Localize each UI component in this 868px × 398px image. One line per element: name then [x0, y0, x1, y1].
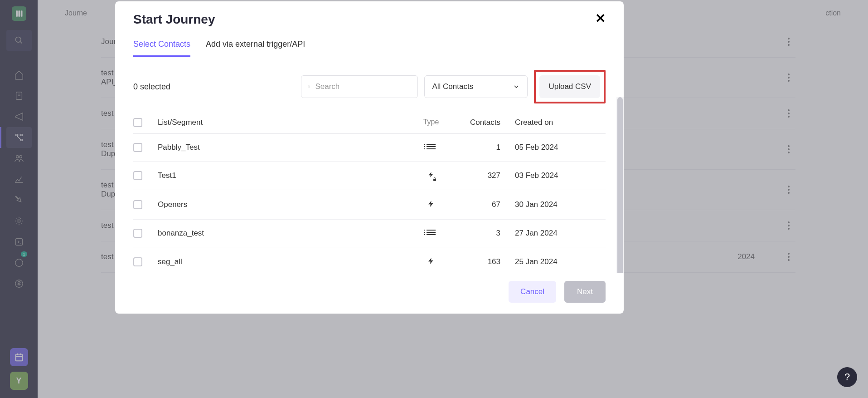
svg-line-24	[310, 87, 310, 88]
bolt-icon	[427, 256, 435, 267]
row-created: 03 Feb 2024	[515, 171, 606, 180]
list-icon	[427, 144, 436, 151]
bolt-lock-icon	[428, 171, 434, 181]
row-contacts: 163	[456, 257, 515, 266]
row-checkbox[interactable]	[133, 229, 142, 238]
row-checkbox[interactable]	[133, 171, 142, 180]
row-created: 25 Jan 2024	[515, 257, 606, 266]
select-all-checkbox[interactable]	[133, 118, 142, 127]
modal-scrollbar[interactable]	[616, 97, 624, 273]
search-input[interactable]	[315, 82, 411, 91]
row-checkbox[interactable]	[133, 257, 142, 266]
svg-rect-25	[433, 179, 436, 181]
row-created: 27 Jan 2024	[515, 229, 606, 238]
row-type	[406, 230, 456, 237]
upload-csv-button[interactable]: Upload CSV	[539, 75, 600, 98]
row-type	[406, 144, 456, 151]
table-row[interactable]: seg_all16325 Jan 2024	[133, 247, 606, 273]
header-type: Type	[406, 118, 456, 127]
search-icon	[308, 83, 310, 90]
row-name: Openers	[158, 200, 406, 209]
next-button[interactable]: Next	[564, 281, 606, 303]
row-type	[406, 199, 456, 210]
row-type	[406, 256, 456, 267]
row-name: Pabbly_Test	[158, 143, 406, 152]
row-type	[406, 171, 456, 181]
header-list-segment: List/Segment	[158, 118, 406, 127]
list-icon	[427, 230, 436, 237]
help-button[interactable]: ?	[837, 367, 857, 387]
bolt-icon	[427, 199, 435, 210]
scrollbar-thumb[interactable]	[617, 97, 623, 273]
close-icon[interactable]: ✕	[595, 12, 606, 25]
filter-label: All Contacts	[432, 82, 473, 91]
row-contacts: 67	[456, 200, 515, 209]
search-box[interactable]	[301, 75, 418, 98]
svg-point-23	[308, 86, 310, 88]
row-name: Test1	[158, 171, 406, 180]
tab-external-trigger[interactable]: Add via external trigger/API	[206, 31, 305, 57]
modal-title: Start Journey	[133, 12, 215, 27]
modal-footer: Cancel Next	[115, 273, 624, 314]
row-name: bonanza_test	[158, 229, 406, 238]
upload-csv-highlight: Upload CSV	[534, 70, 606, 103]
row-checkbox[interactable]	[133, 143, 142, 152]
filter-select[interactable]: All Contacts	[424, 75, 528, 98]
row-created: 30 Jan 2024	[515, 200, 606, 209]
row-contacts: 3	[456, 229, 515, 238]
header-contacts: Contacts	[456, 118, 515, 127]
row-contacts: 327	[456, 171, 515, 180]
selected-count: 0 selected	[133, 82, 170, 92]
chevron-down-icon	[513, 83, 520, 90]
start-journey-modal: Start Journey ✕ Select Contacts Add via …	[115, 1, 624, 314]
table-header: List/Segment Type Contacts Created on	[133, 112, 606, 134]
cancel-button[interactable]: Cancel	[509, 281, 556, 303]
table-row[interactable]: Openers6730 Jan 2024	[133, 190, 606, 220]
table-row[interactable]: bonanza_test327 Jan 2024	[133, 220, 606, 247]
row-name: seg_all	[158, 257, 406, 266]
table-row[interactable]: Pabbly_Test105 Feb 2024	[133, 134, 606, 162]
modal-body: 0 selected All Contacts Upload CSV	[115, 57, 624, 273]
header-created-on: Created on	[515, 118, 606, 127]
row-created: 05 Feb 2024	[515, 143, 606, 152]
table-row[interactable]: Test132703 Feb 2024	[133, 162, 606, 190]
row-contacts: 1	[456, 143, 515, 152]
contacts-table: List/Segment Type Contacts Created on Pa…	[133, 112, 606, 273]
modal-tabs: Select Contacts Add via external trigger…	[115, 31, 624, 57]
tab-select-contacts[interactable]: Select Contacts	[133, 31, 190, 57]
row-checkbox[interactable]	[133, 200, 142, 209]
